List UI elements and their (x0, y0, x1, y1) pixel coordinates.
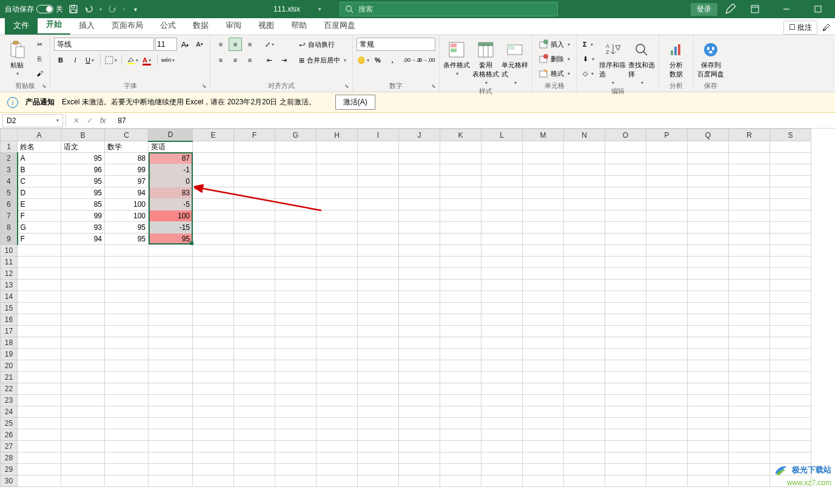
cell[interactable] (646, 164, 688, 176)
row-header-2[interactable]: 2 (1, 153, 18, 164)
cell[interactable] (605, 429, 646, 441)
cell[interactable] (193, 280, 234, 291)
font-size-select[interactable] (155, 38, 177, 51)
row-header-29[interactable]: 29 (1, 464, 18, 475)
cell[interactable] (61, 441, 105, 452)
cell[interactable] (564, 464, 605, 475)
cell[interactable] (61, 268, 105, 280)
cell[interactable] (358, 383, 399, 395)
col-header-P[interactable]: P (646, 129, 688, 141)
redo-icon[interactable] (107, 4, 118, 15)
cell[interactable] (317, 234, 358, 245)
cell[interactable] (729, 383, 770, 395)
cell[interactable] (149, 475, 193, 487)
cell[interactable] (523, 234, 564, 245)
cell[interactable]: -15 (149, 222, 193, 234)
cell[interactable] (646, 406, 688, 418)
cell[interactable] (770, 314, 811, 326)
format-cells-button[interactable]: 格式▾ (536, 67, 572, 80)
cell[interactable] (234, 210, 275, 222)
cell[interactable] (605, 187, 646, 199)
cell[interactable] (688, 291, 729, 303)
align-center-icon[interactable]: ≡ (229, 53, 242, 67)
cell[interactable] (193, 475, 234, 487)
cell[interactable] (275, 187, 317, 199)
cell[interactable] (234, 475, 275, 487)
cell[interactable] (149, 429, 193, 441)
cell[interactable] (770, 199, 811, 210)
cell[interactable] (234, 349, 275, 360)
cell[interactable] (564, 429, 605, 441)
cell[interactable] (275, 268, 317, 280)
analyze-data-button[interactable]: 分析 数据 (663, 38, 689, 79)
cell[interactable] (523, 268, 564, 280)
cell[interactable] (317, 452, 358, 464)
cell[interactable]: 94 (105, 187, 149, 199)
cell[interactable] (688, 199, 729, 210)
cell[interactable] (646, 291, 688, 303)
cell[interactable] (105, 383, 149, 395)
number-launcher-icon[interactable]: ⬊ (429, 82, 438, 90)
cell[interactable] (646, 395, 688, 406)
cell[interactable] (275, 257, 317, 268)
cell[interactable] (193, 303, 234, 314)
cell[interactable] (646, 153, 688, 164)
cell[interactable] (358, 337, 399, 349)
cell[interactable] (481, 303, 523, 314)
cell[interactable] (105, 337, 149, 349)
cell[interactable] (275, 337, 317, 349)
cell[interactable] (234, 280, 275, 291)
cell[interactable] (234, 222, 275, 234)
cell[interactable] (275, 245, 317, 257)
cell[interactable] (605, 441, 646, 452)
cell[interactable] (193, 164, 234, 176)
cell[interactable] (193, 153, 234, 164)
decrease-font-icon[interactable]: A▾ (193, 38, 206, 51)
cell[interactable] (358, 141, 399, 153)
cell[interactable] (399, 280, 440, 291)
cell[interactable] (481, 314, 523, 326)
cell[interactable] (193, 210, 234, 222)
cell[interactable] (646, 475, 688, 487)
cell[interactable] (564, 257, 605, 268)
cell[interactable] (234, 141, 275, 153)
cell[interactable] (317, 372, 358, 383)
cell[interactable] (646, 268, 688, 280)
cell[interactable] (440, 234, 481, 245)
cell[interactable] (770, 268, 811, 280)
cell[interactable] (149, 372, 193, 383)
cell[interactable] (440, 210, 481, 222)
cell[interactable] (646, 234, 688, 245)
cell[interactable] (440, 303, 481, 314)
row-header-6[interactable]: 6 (1, 199, 18, 210)
ribbon-display-icon[interactable] (743, 0, 767, 18)
cell[interactable] (105, 475, 149, 487)
row-header-1[interactable]: 1 (1, 141, 18, 153)
cell[interactable] (523, 464, 564, 475)
cell[interactable] (149, 303, 193, 314)
name-box[interactable]: D2▾ (2, 114, 63, 127)
cell[interactable] (399, 395, 440, 406)
cell[interactable] (317, 326, 358, 337)
row-header-28[interactable]: 28 (1, 452, 18, 464)
cell[interactable] (105, 395, 149, 406)
cell[interactable] (440, 452, 481, 464)
cell[interactable] (18, 257, 61, 268)
cell[interactable] (605, 199, 646, 210)
cell[interactable] (481, 441, 523, 452)
cell[interactable] (688, 406, 729, 418)
align-launcher-icon[interactable]: ⬊ (343, 82, 351, 90)
cell[interactable] (61, 291, 105, 303)
cell[interactable] (770, 280, 811, 291)
cell[interactable] (193, 452, 234, 464)
cell[interactable] (440, 464, 481, 475)
cell[interactable] (646, 176, 688, 187)
align-middle-icon[interactable]: ≡ (229, 38, 242, 51)
cell[interactable] (729, 429, 770, 441)
cell[interactable] (234, 452, 275, 464)
row-header-17[interactable]: 17 (1, 326, 18, 337)
cell[interactable] (105, 291, 149, 303)
cell[interactable] (605, 280, 646, 291)
cell[interactable] (770, 360, 811, 372)
row-header-21[interactable]: 21 (1, 372, 18, 383)
